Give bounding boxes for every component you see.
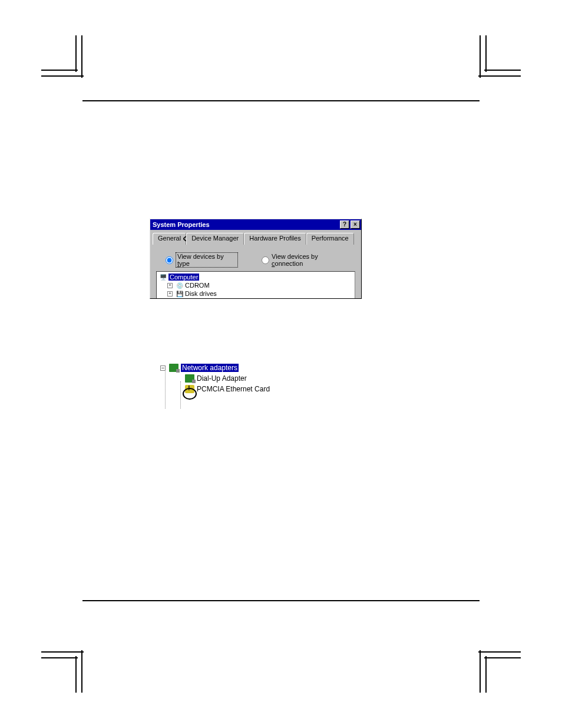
rule-top [82,100,480,101]
display-icon: 🖵 [176,298,184,299]
window-title: System Properties [153,221,210,228]
tab-device-manager[interactable]: Device Manager [186,233,244,245]
disk-icon: 💾 [176,290,184,297]
tree-node-cdrom[interactable]: + 💿 CDROM [158,281,353,289]
crop-mark-br [474,645,521,693]
tree-label-display: Display adapters [185,298,233,299]
view-mode-row: View devices by type View devices by con… [150,244,361,271]
device-tree[interactable]: 🖥️ Computer + 💿 CDROM + 💾 Disk drives − … [156,271,355,299]
radio-by-type-input[interactable] [166,256,173,264]
tab-performance[interactable]: Performance [306,233,354,245]
radio-by-conn-input[interactable] [262,256,269,264]
tab-strip: General Device Manager Hardware Profiles… [153,232,359,244]
tree-label-disk: Disk drives [185,290,217,297]
tree-label-cdrom: CDROM [185,282,210,289]
network-adapters-snippet: − Network adapters Dial-Up Adapter PCMCI… [146,363,305,410]
label-network-adapters: Network adapters [181,364,239,372]
system-properties-window: System Properties ? × General Device Man… [150,219,362,299]
radio-by-conn-prefix: View devices by [272,253,318,260]
network-adapter-warning-icon [185,385,194,393]
radio-by-type-prefix: View devices by [177,253,224,260]
radio-by-type-suffix: ype [179,260,190,267]
rule-bottom [82,600,480,601]
radio-view-by-type[interactable]: View devices by type [166,252,238,268]
expander-icon[interactable]: + [167,291,173,297]
network-adapter-icon [185,374,194,383]
crop-mark-bl [41,645,88,693]
tree-node-display-adapters[interactable]: − 🖵 Display adapters [158,298,353,299]
tree-node-network-adapters[interactable]: − Network adapters [146,363,305,373]
computer-icon: 🖥️ [159,274,167,281]
label-pcmcia: PCMCIA Ethernet Card [197,385,270,393]
tree-node-dial-up-adapter[interactable]: Dial-Up Adapter [146,373,305,384]
expander-icon[interactable]: + [167,283,173,288]
tree-node-pcmcia-ethernet[interactable]: PCMCIA Ethernet Card [146,384,305,394]
tree-node-computer[interactable]: 🖥️ Computer [158,273,353,281]
close-button[interactable]: × [351,220,360,229]
tree-line [165,367,166,409]
tab-hardware-profiles[interactable]: Hardware Profiles [244,233,306,245]
tree-label-computer: Computer [168,274,199,281]
help-button[interactable]: ? [340,220,349,229]
crop-mark-tr [474,35,521,83]
radio-view-by-connection[interactable]: View devices by connection [262,252,349,268]
radio-by-conn-suffix: onnection [275,260,303,267]
titlebar: System Properties ? × [150,219,361,230]
label-dial-up: Dial-Up Adapter [197,374,247,383]
tab-general[interactable]: General [153,233,186,245]
network-adapter-icon [169,364,178,372]
tree-node-disk-drives[interactable]: + 💾 Disk drives [158,289,353,298]
tree-line-sub [180,381,181,409]
cdrom-icon: 💿 [176,282,184,289]
crop-mark-tl [41,35,88,83]
